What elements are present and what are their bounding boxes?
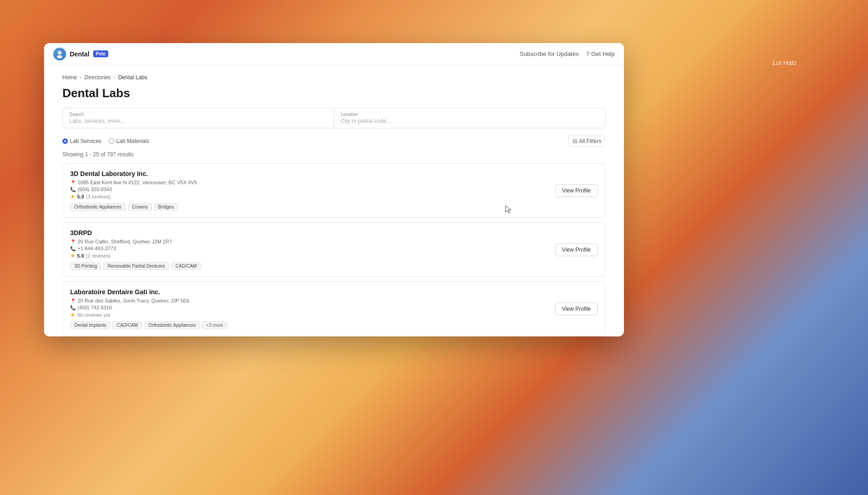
subscribe-link[interactable]: Subscribe for Updates [520, 50, 579, 57]
filter-icon: ⊟ [573, 138, 577, 144]
main-content: Home › Directories › Dental Labs Dental … [44, 65, 624, 336]
all-filters-button[interactable]: ⊟ All Filters [568, 136, 606, 147]
lab-address: 📍 20 Rue des Sables, Sorel-Tracy, Quebec… [70, 298, 548, 303]
lab-tag: CAD/CAM [172, 262, 201, 270]
tab-lab-services-label: Lab Services [70, 138, 101, 144]
app-window: Dental Pete Subscribe for Updates ? Get … [44, 43, 624, 336]
tab-lab-services-dot [62, 138, 68, 144]
lab-cards-container: 3D Dental Laboratory Inc. 📍 1085 East Ke… [62, 163, 606, 336]
brand-name: Dental [70, 50, 89, 58]
lab-phone: 📞 (604) 320-0343 [70, 187, 548, 192]
location-icon: 📍 [70, 180, 76, 185]
lab-address: 📍 1085 East Kent Ave N #122, Vancouver, … [70, 180, 548, 185]
tab-lab-materials-label: Lab Materials [116, 138, 149, 144]
search-bar: Search Labs, services, more... Location … [62, 108, 606, 128]
location-icon: 📍 [70, 239, 76, 244]
page-title: Dental Labs [62, 86, 606, 100]
lab-phone-text: +1 844-463-3773 [78, 246, 116, 251]
lab-address-text: 20 Rue des Sables, Sorel-Tracy, Quebec J… [78, 298, 189, 303]
lab-address: 📍 20 Rue Catlin, Shefford, Quebec J2M 1R… [70, 239, 548, 244]
view-profile-button-2[interactable]: View Profile [555, 302, 598, 315]
phone-icon: 📞 [70, 246, 76, 251]
navbar-left: Dental Pete [53, 48, 108, 60]
help-link[interactable]: ? Get Help [586, 50, 615, 57]
lab-card-0: 3D Dental Laboratory Inc. 📍 1085 East Ke… [62, 163, 606, 218]
lab-rating: ★ 5.0 (1 reviews) [70, 253, 548, 259]
phone-icon: 📞 [70, 187, 76, 192]
tab-lab-services[interactable]: Lab Services [62, 138, 101, 144]
lab-info: Laboratoire Dentaire Gati inc. 📍 20 Rue … [70, 288, 548, 329]
search-section[interactable]: Search Labs, services, more... [63, 108, 334, 128]
navbar: Dental Pete Subscribe for Updates ? Get … [44, 43, 624, 65]
tab-lab-materials-dot [109, 138, 114, 144]
lab-tag: Orthodontic Appliances [70, 203, 126, 211]
breadcrumb-current: Dental Labs [118, 74, 147, 81]
breadcrumb-directories[interactable]: Directories [84, 74, 111, 81]
filter-tabs: Lab Services Lab Materials [62, 138, 149, 144]
avatar [53, 48, 66, 60]
search-input[interactable]: Labs, services, more... [69, 118, 328, 124]
svg-point-0 [58, 51, 61, 55]
lab-tag: 3D Printing [70, 262, 101, 270]
lab-name: 3D Dental Laboratory Inc. [70, 170, 548, 177]
location-input[interactable]: City or postal code... [341, 118, 599, 124]
rating-value: 5.0 [77, 253, 84, 258]
lab-address-text: 1085 East Kent Ave N #122, Vancouver, BC… [78, 180, 197, 185]
lab-phone-text: (450) 742-6316 [78, 305, 112, 310]
help-icon: ? [586, 50, 589, 57]
no-reviews: No reviews yet [77, 312, 110, 318]
lab-card-1: 3DRPD 📍 20 Rue Catlin, Shefford, Quebec … [62, 222, 606, 277]
lab-name: 3DRPD [70, 229, 548, 236]
location-section[interactable]: Location City or postal code... [334, 108, 606, 128]
breadcrumb-sep-2: › [113, 74, 115, 81]
location-label: Location [341, 112, 599, 117]
results-count: Showing 1 - 25 of 797 results [62, 151, 606, 158]
lab-name: Laboratoire Dentaire Gati inc. [70, 288, 548, 296]
brand-badge: Pete [93, 50, 108, 57]
view-profile-button-1[interactable]: View Profile [555, 243, 598, 256]
lab-tag: Removable Partial Dentures [103, 262, 169, 270]
search-label: Search [69, 112, 328, 117]
breadcrumb-sep-1: › [80, 74, 82, 81]
lab-phone: 📞 (450) 742-6316 [70, 305, 548, 310]
rating-count: (3 reviews) [86, 194, 111, 199]
navbar-right: Subscribe for Updates ? Get Help [520, 50, 615, 57]
lab-card-2: Laboratoire Dentaire Gati inc. 📍 20 Rue … [62, 281, 606, 336]
lab-tags: Orthodontic AppliancesCrownsBridges [70, 203, 548, 211]
lab-tag-more: +3 more [202, 321, 227, 329]
all-filters-label: All Filters [579, 138, 601, 144]
lab-rating: ★ No reviews yet [70, 312, 548, 318]
lot-halo-label: Lot Halo [773, 59, 796, 66]
rating-count: (1 reviews) [86, 253, 111, 258]
lab-rating: ★ 5.0 (3 reviews) [70, 193, 548, 200]
phone-icon: 📞 [70, 305, 76, 310]
star-icon: ★ [70, 253, 75, 259]
lab-address-text: 20 Rue Catlin, Shefford, Quebec J2M 1R7 [78, 239, 172, 244]
lab-tags: 3D PrintingRemovable Partial DenturesCAD… [70, 262, 548, 270]
breadcrumb: Home › Directories › Dental Labs [62, 74, 606, 81]
star-icon: ★ [70, 312, 75, 318]
filter-row: Lab Services Lab Materials ⊟ All Filters [62, 136, 606, 147]
location-icon: 📍 [70, 298, 76, 303]
breadcrumb-home[interactable]: Home [62, 74, 77, 81]
lab-tag: Orthodontic Appliances [145, 321, 200, 329]
lab-phone: 📞 +1 844-463-3773 [70, 246, 548, 251]
lab-tag: Dental Implants [70, 321, 110, 329]
lab-tag: CAD/CAM [112, 321, 142, 329]
svg-point-1 [57, 55, 62, 58]
tab-lab-materials[interactable]: Lab Materials [109, 138, 149, 144]
view-profile-button-0[interactable]: View Profile [555, 184, 598, 197]
rating-value: 5.0 [77, 194, 84, 199]
lab-tag: Bridges [154, 203, 178, 211]
lab-tag: Crowns [128, 203, 152, 211]
star-icon: ★ [70, 193, 75, 200]
lab-phone-text: (604) 320-0343 [78, 187, 112, 192]
lab-info: 3D Dental Laboratory Inc. 📍 1085 East Ke… [70, 170, 548, 211]
lab-tags: Dental ImplantsCAD/CAMOrthodontic Applia… [70, 321, 548, 329]
lab-info: 3DRPD 📍 20 Rue Catlin, Shefford, Quebec … [70, 229, 548, 270]
